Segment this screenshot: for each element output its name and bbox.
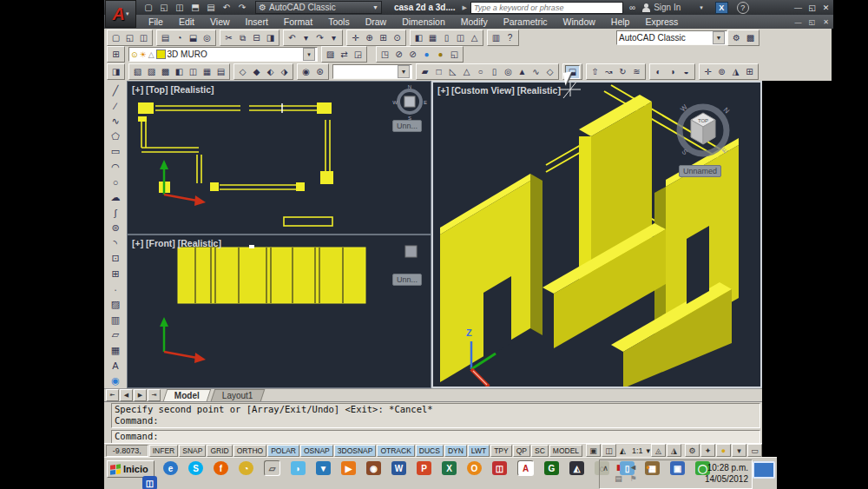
3drotate-icon[interactable]: ⊚ [715,66,728,78]
insert-block-icon[interactable]: ⊡ [108,252,123,267]
point-icon[interactable]: ∙ [108,282,123,297]
model-space-icon[interactable]: ▣ [586,444,601,457]
workspaces-toolbar-dropdown[interactable]: AutoCAD Classic ▼ [616,30,727,45]
cut-icon[interactable]: ✂ [222,32,235,44]
planar-surface-icon[interactable]: ◇ [543,66,556,78]
menu-express[interactable]: Express [637,17,686,27]
zoom-window-icon[interactable]: ⊞ [377,32,390,44]
toggle-model[interactable]: MODEL [549,445,582,457]
search-binoculars-icon[interactable]: ∞ [629,3,635,12]
properties-icon[interactable]: ◧ [412,32,425,44]
annotation-scale-icon[interactable]: ◭ [617,446,628,455]
volume-icon[interactable]: ◄ [628,462,639,472]
green-app-icon[interactable]: G [544,461,559,475]
union-icon[interactable]: ◐ [652,66,665,78]
cylinder-icon[interactable]: ▯ [488,66,501,78]
zoom-realtime-icon[interactable]: ⊕ [363,32,376,44]
ie-icon[interactable]: e [163,461,178,475]
vstyle-shaded-icon[interactable]: ▦ [201,66,214,78]
clean-screen-icon[interactable]: ▭ [747,444,762,457]
save-icon[interactable]: ◫ [174,2,186,13]
sphere-icon[interactable]: ○ [474,66,487,78]
circle-icon[interactable]: ○ [108,175,123,190]
polysolid-icon[interactable]: ▰ [418,66,431,78]
polygon-icon[interactable]: ⬠ [108,129,123,144]
menu-format[interactable]: Format [276,17,320,27]
print-icon[interactable]: ▤ [205,2,217,13]
toolbar-lock-icon[interactable]: ✦ [700,444,715,457]
menu-parametric[interactable]: Parametric [496,17,556,27]
toggle-polar[interactable]: POLAR [267,445,299,457]
messenger-icon[interactable]: ◗ [291,461,306,475]
tab-first-icon[interactable]: ⇤ [106,389,119,401]
pan-icon[interactable]: ✛ [349,32,362,44]
bylayer-color-icon[interactable]: ⊘ [392,49,405,61]
3ddwf-icon[interactable]: ◎ [201,32,214,44]
command-line-panel[interactable]: Specify second point or [Array/Exit/Undo… [104,401,762,443]
toggle-3dosnap[interactable]: 3DOSNAP [334,445,377,457]
toggle-sc[interactable]: SC [531,445,549,457]
search-input[interactable] [470,2,623,14]
toggle-osnap[interactable]: OSNAP [300,445,333,457]
menu-insert[interactable]: Insert [238,17,276,27]
menu-modify[interactable]: Modify [453,17,496,27]
make-block-icon[interactable]: ⊞ [108,267,123,281]
autodesk-icon[interactable]: ◭ [569,461,584,475]
redo-icon[interactable]: ↷ [236,2,248,13]
layout-icon[interactable]: ◫ [602,444,616,457]
toggle-otrack[interactable]: OTRACK [377,445,414,457]
workspace-switch-icon[interactable]: ⚙ [685,444,700,457]
minimize-button[interactable]: — [792,3,804,12]
menu-window[interactable]: Window [555,17,602,27]
workspace-settings-icon[interactable]: ⚙ [730,32,743,44]
tray-expand-icon[interactable]: ∧ [600,463,611,473]
annotation-scale-value[interactable]: 1:1 [629,446,646,455]
3dmove-icon[interactable]: ✛ [701,66,714,78]
toggle-ducs[interactable]: DUCS [416,445,444,457]
box-icon[interactable]: □ [432,66,445,78]
autocad-taskbar-icon[interactable]: A [517,460,534,476]
tab-next-icon[interactable]: ▶ [134,389,147,401]
doc-close-button[interactable]: ✕ [820,17,832,27]
vstyle-3dwireframe-icon[interactable]: ▨ [145,66,158,78]
copy-icon[interactable]: ⧉ [236,32,249,44]
viewport-custom-label[interactable]: [+] [Custom View] [Realistic] [437,85,561,96]
layer-previous-icon[interactable]: ⇄ [338,49,351,61]
layer-properties-icon[interactable]: ⊞ [109,49,122,61]
undo-caret-icon[interactable]: ▾ [299,32,312,44]
word-icon[interactable]: W [391,461,406,475]
list-icon[interactable]: ◱ [448,49,461,61]
plot-preview-icon[interactable]: ◔ [173,32,186,44]
tray-flag-icon[interactable]: ⚑ [628,473,639,484]
make-object-layer-icon[interactable]: ◳ [378,49,391,61]
annotation-auto-icon[interactable]: ◮ [667,444,681,457]
menu-view[interactable]: View [202,17,238,27]
vstyle-sketchy-icon[interactable]: ▤ [214,66,227,78]
color-sphere-gold-icon[interactable]: ● [434,49,447,61]
start-button[interactable]: Inicio [107,460,155,478]
tab-layout1[interactable]: Layout1 [211,389,265,401]
paste-icon[interactable]: ⊟ [250,32,263,44]
view-controls-button[interactable]: Unnamed [679,165,721,177]
chrome-icon[interactable]: ◔ [239,461,253,475]
tray-alert-icon[interactable]: ▮ [613,462,624,472]
annotation-visibility-icon[interactable]: ◬ [651,444,666,457]
viewport-custom[interactable]: [+] [Custom View] [Realistic] [431,81,762,388]
vstyle-3dhidden-icon[interactable]: ▩ [159,66,172,78]
open-icon[interactable]: ◱ [123,32,136,44]
toggle-qp[interactable]: QP [513,445,530,457]
menu-edit[interactable]: Edit [171,17,202,27]
toggle-snap[interactable]: SNAP [179,445,206,457]
camera-icon[interactable]: ◉ [299,66,312,78]
toggle-dyn[interactable]: DYN [444,445,467,457]
shadows-icon[interactable]: ⬗ [278,66,291,78]
tab-prev-icon[interactable]: ◀ [120,389,133,401]
designcenter-icon[interactable]: ▦ [426,32,439,44]
telegram-icon[interactable]: ▼ [316,461,331,475]
match-properties-icon[interactable]: ◨ [264,32,277,44]
tray-printer-icon[interactable]: ▤ [613,473,624,484]
toggle-grid[interactable]: GRID [207,445,232,457]
region-icon[interactable]: ▱ [108,328,123,343]
redo-icon[interactable]: ↷ [313,32,326,44]
undo-icon[interactable]: ↶ [220,2,233,13]
